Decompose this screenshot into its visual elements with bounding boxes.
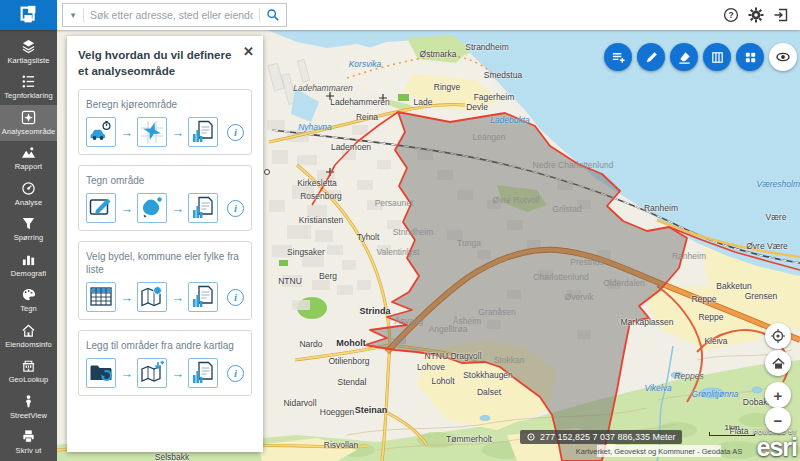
import-layer-icon <box>86 358 116 388</box>
option-admin-list-card[interactable]: Velg bydel, kommune eler fylke fra liste… <box>78 241 252 320</box>
sidebar-item-analyse[interactable]: Analyse <box>0 176 57 212</box>
search-dropdown-caret[interactable]: ▾ <box>63 10 83 20</box>
logout-button[interactable] <box>772 6 790 24</box>
zoom-out-glyph: − <box>774 412 783 429</box>
car-drivetime-icon <box>86 117 116 147</box>
sidebar-item-sporring[interactable]: Spørring <box>0 212 57 248</box>
arrow-icon: → <box>170 201 185 216</box>
report-image-icon <box>21 145 36 160</box>
info-icon[interactable]: i <box>227 200 244 217</box>
add-to-list-button[interactable] <box>604 43 632 71</box>
sidebar-item-label: Tegn <box>20 304 37 313</box>
zoom-in-button[interactable]: + <box>765 382 791 408</box>
apps-grid-button[interactable] <box>736 43 764 71</box>
search-button[interactable] <box>260 8 286 22</box>
sidebar-item-label: Demografi <box>11 269 47 278</box>
analysis-area-icon <box>21 110 36 125</box>
locate-button[interactable] <box>765 323 791 349</box>
building-icon <box>21 358 36 373</box>
geodata-logo-icon <box>18 4 40 26</box>
info-icon[interactable]: i <box>227 365 244 382</box>
option-label: Beregn kjøreområde <box>86 98 244 111</box>
info-icon[interactable]: i <box>227 289 244 306</box>
help-button[interactable]: ? <box>722 6 740 24</box>
pencil-icon <box>644 50 659 65</box>
draw-sketch-icon <box>86 193 116 223</box>
map-add-icon <box>137 358 167 388</box>
arrow-icon: → <box>170 125 185 140</box>
add-to-list-icon <box>611 50 626 65</box>
coordinate-readout[interactable]: 277 152,825 7 037 886,335 Meter <box>520 430 682 444</box>
pegman-icon <box>21 394 36 409</box>
layers-icon <box>21 39 36 54</box>
locate-target-icon <box>770 328 786 344</box>
sidebar-item-label: Spørring <box>14 233 44 242</box>
sidebar-item-streetview[interactable]: StreetView <box>0 389 57 425</box>
search-bar: ▾ <box>62 3 287 27</box>
app-header: ▾ ? <box>0 0 800 30</box>
option-label: Tegn område <box>86 174 244 187</box>
option-label: Legg til områder fra andre kartlag <box>86 339 244 352</box>
table-list-icon <box>86 282 116 312</box>
bar-chart-icon <box>21 252 36 267</box>
printer-icon <box>21 429 36 444</box>
search-input[interactable] <box>84 9 259 21</box>
home-button[interactable] <box>765 350 791 376</box>
sidebar-item-analyseomrade[interactable]: Analyseområde <box>0 105 57 141</box>
sidebar-item-label: Eiendomsinfo <box>5 340 52 349</box>
app-logo[interactable] <box>0 0 57 30</box>
sidebar-item-label: Kartlagsliste <box>7 56 49 65</box>
settings-button[interactable] <box>747 6 765 24</box>
sidebar-item-label: Analyse <box>15 198 42 207</box>
svg-text:?: ? <box>728 10 733 20</box>
visibility-button[interactable] <box>769 43 797 71</box>
sidebar-item-geolookup[interactable]: GeoLookup <box>0 354 57 390</box>
sidebar-item-skriv-ut[interactable]: Skriv ut <box>0 425 57 461</box>
sidebar-item-rapport[interactable]: Rapport <box>0 141 57 177</box>
sidebar-nav: Kartlagsliste Tegnforklaring Analyseområ… <box>0 30 57 461</box>
sidebar-item-demografi[interactable]: Demografi <box>0 247 57 283</box>
report-chart-icon <box>188 282 218 312</box>
draw-button[interactable] <box>637 43 665 71</box>
map-attribution: Kartverket, Geovekst og Kommuner - Geoda… <box>597 445 721 457</box>
legend-panel-icon <box>710 50 725 65</box>
exit-icon <box>773 7 789 23</box>
legend-panel-button[interactable] <box>703 43 731 71</box>
map-toolbar <box>604 43 797 71</box>
erase-button[interactable] <box>670 43 698 71</box>
visibility-eye-icon <box>775 49 791 65</box>
sidebar-item-tegn[interactable]: Tegn <box>0 283 57 319</box>
sidebar-item-tegnforklaring[interactable]: Tegnforklaring <box>0 70 57 106</box>
info-icon[interactable]: i <box>227 124 244 141</box>
sidebar-item-kartlagsliste[interactable]: Kartlagsliste <box>0 34 57 70</box>
scale-bar: 1km <box>709 423 755 436</box>
close-icon[interactable]: ✕ <box>243 44 254 59</box>
gauge-icon <box>21 181 36 196</box>
app-root: ØstmarkaStrandheimKorsvikaLadehammarenLa… <box>0 0 800 461</box>
polygon-blob-icon <box>137 193 167 223</box>
sidebar-item-eiendomsinfo[interactable]: Eiendomsinfo <box>0 318 57 354</box>
option-drivetime-card[interactable]: Beregn kjøreområde → → i <box>78 89 252 155</box>
arrow-icon: → <box>119 201 134 216</box>
apps-grid-icon <box>743 50 758 65</box>
zoom-in-glyph: + <box>774 387 783 404</box>
zoom-out-button[interactable]: − <box>765 407 791 433</box>
esri-brand-text: esri <box>754 435 797 460</box>
sidebar-item-label: Analyseområde <box>2 127 55 136</box>
option-draw-card[interactable]: Tegn område → → i <box>78 165 252 231</box>
house-icon <box>21 323 36 338</box>
arrow-icon: → <box>170 290 185 305</box>
option-label: Velg bydel, kommune eler fylke fra liste <box>86 250 244 276</box>
sidebar-item-label: Skriv ut <box>16 446 42 455</box>
coordinate-text: 277 152,825 7 037 886,335 Meter <box>540 432 676 442</box>
option-import-layer-card[interactable]: Legg til områder fra andre kartlag → → i <box>78 330 252 396</box>
arrow-icon: → <box>119 290 134 305</box>
gear-icon <box>748 7 764 23</box>
header-actions: ? <box>722 6 800 24</box>
attribution-text: Kartverket, Geovekst og Kommuner - Geoda… <box>576 447 742 456</box>
crosshair-icon <box>526 432 536 442</box>
sidebar-item-label: Rapport <box>15 162 42 171</box>
report-chart-icon <box>188 358 218 388</box>
report-chart-icon <box>188 193 218 223</box>
eraser-icon <box>677 50 692 65</box>
